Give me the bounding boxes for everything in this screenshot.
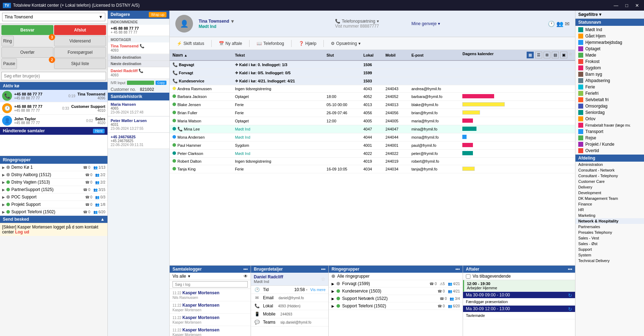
dept-item-marketing[interactable]: Marketing [575,213,644,218]
dept-item-hr[interactable]: HR [575,207,644,213]
forespørgsel-button[interactable]: Forespørgsel [54,47,106,58]
ring-group-item[interactable]: ▶ PartnerSupport (1525) ☎ 0 👥 3/15 [0,186,107,193]
call-item[interactable]: 📞 +45 88 88 77 77 +45 88 88 77 77 0:19 T… [0,90,107,102]
dept-item-tech-del[interactable]: Technical Delivery [575,258,644,263]
pause-button[interactable]: Pause [1,58,17,69]
minimize-button[interactable]: — [611,2,620,9]
status-item-overtid[interactable]: Overtid [575,147,644,154]
dept-item-development[interactable]: Development [575,190,644,196]
ring-group-item[interactable]: ▶ Demo Kø 1 ☎ 0 👥 1/13 [0,164,107,171]
dept-item-admin[interactable]: Administration [575,162,644,167]
skjul-liste-button[interactable]: Skjul liste [54,58,106,69]
status-item-barnsyg[interactable]: Barn syg [575,71,644,77]
status-item-hjemme[interactable]: Hjemmearbejdsdag [575,39,644,46]
status-item-ferie[interactable]: Ferie [575,84,644,90]
refresh-icon[interactable]: ↻ [568,292,572,298]
ring-group-item[interactable]: ▶ Kundeservice (1503) ☎ 0 👥 4/21 [329,288,463,295]
status-item-senior[interactable]: Seniordag [575,109,644,116]
dept-item-sales-ost[interactable]: Sales - Øst [575,241,644,247]
vis-mere-button[interactable]: Vis mere [310,288,326,292]
hjælp-button[interactable]: ❓ Hjælp [296,40,319,47]
cal-view-btn2[interactable]: ☰ [535,52,542,58]
dept-item-presales[interactable]: Presales Telephony [575,230,644,235]
search-input[interactable] [1,72,106,80]
dept-item-partnersales[interactable]: Partnersales [575,224,644,230]
all-ring-groups-item[interactable]: Alle ringegrupper [329,273,463,280]
cal-view-btn5[interactable]: ▣ [560,52,567,58]
ny-aftale-button[interactable]: 📅 Ny aftale [216,40,245,47]
table-row[interactable]: Brian Fuller Ferie 26-09 07:46 4056 2440… [170,109,575,117]
log-ud-link[interactable]: Log ud [15,230,29,234]
status-item-omsorg[interactable]: Omsorgdag [575,103,644,109]
ring-button[interactable]: Ring [1,36,14,46]
ring-group-item[interactable]: ▶ POC Support ☎ 0 👥 0/3 [0,193,107,201]
filter-header[interactable]: Søgefiltre ▾ [575,11,644,19]
status-item-gåethjem[interactable]: Gået Hjem [575,33,644,39]
table-row[interactable]: Maria Watson Optaget 12:00 4005 244005 m… [170,117,575,125]
status-item-transport[interactable]: Transport [575,128,644,135]
more-icon[interactable]: ••• [568,267,572,272]
telefonbog-button[interactable]: 📖 Telefonbog [254,40,287,47]
col-epost[interactable]: E-post [409,50,460,60]
ring-group-item[interactable]: ▶ Support Netværk (1522) ☎ 0 👥 3/4 [329,295,463,302]
dept-item-finance[interactable]: Finance [575,201,644,207]
status-item-firma[interactable]: Firmabetalt fravær (læge mv. [575,122,644,128]
table-row[interactable]: Barbara Jackson Optaget 18:00 4052 24405… [170,93,575,101]
table-row[interactable]: 📞 Mina Lee Mødt Ind 4047 244047 mina@fry… [170,125,575,133]
table-row[interactable]: Blake Jensen Ferie 05-10 00:00 4013 2440… [170,101,575,109]
skift-status-button[interactable]: ⚡ Skift status [174,40,207,47]
ring-group-item[interactable]: ▶ Support Telefoni (1502) ☎ 0 👥 6/20 [0,208,107,216]
table-row[interactable]: Peter Clarkson Mødt Ind 4022 244022 pete… [170,150,575,158]
ring-group-item[interactable]: ▶ Forvagt (1599) ☎ 0 ⚠5 👥 4/21 [329,280,463,288]
cal-view-btn1[interactable]: ▦ [527,52,534,58]
star-icon[interactable]: ☆ [568,52,572,58]
more-icon[interactable]: ••• [321,267,326,272]
status-item-frokost[interactable]: Frokost [575,58,644,65]
dept-item-customer-care[interactable]: Customer Care [575,179,644,184]
more-icon[interactable]: ••• [455,267,460,272]
ring-group-item[interactable]: ▶ Dstny Aalborg (1512) ☎ 0 👥 2/2 [0,171,107,179]
dept-item-delivery[interactable]: Delivery [575,184,644,190]
col-slut[interactable]: Slut [324,50,361,60]
dept-item-dk-mgmt[interactable]: DK Management Team [575,196,644,201]
hent-button[interactable]: Hent [93,129,105,133]
table-row[interactable]: Andrea Rasmussen Ingen tidsregistrering … [170,85,575,93]
status-item-afspads[interactable]: Afspadsering [575,77,644,84]
col-navn[interactable]: Navn ▲ [170,50,232,60]
afslut-button[interactable]: Afslut [54,25,106,35]
col-kalender[interactable]: Dagens kalender ▦ ☰ ⊞ ▤ ▣ ☆ [459,50,575,60]
star-icon[interactable]: ☆ [321,276,326,282]
dept-item-support[interactable]: Support [575,247,644,252]
col-mobil[interactable]: Mobil [382,50,409,60]
overfør-button[interactable]: Overfør [1,47,53,58]
col-tekst[interactable]: Tekst [232,50,324,60]
ring-group-item[interactable]: ▶ Projekt Support ☎ 0 👥 1/8 [0,201,107,208]
user-dropdown[interactable]: Tina Townsend ▼ [2,13,105,21]
besvar-button[interactable]: Besvar [1,25,53,35]
vis-alle-label[interactable]: Vis alle [172,274,186,279]
table-row[interactable]: Paul Hammer Sygdom 4001 244001 paul@frym… [170,141,575,150]
dept-item-consult-net[interactable]: Consultant - Network [575,167,644,173]
opsætning-button[interactable]: ⚙ Opsætning ▾ [328,40,363,47]
dept-item-network-hosp[interactable]: Network & Hospitality [575,218,644,224]
table-row[interactable]: Robert Dalton Ingen tidsregistrering 401… [170,158,575,165]
dept-item-sales-vest[interactable]: Sales - Vest [575,235,644,241]
log-search-input[interactable] [172,281,248,288]
more-icon[interactable]: ••• [243,267,248,272]
cal-view-btn4[interactable]: ▤ [552,52,559,58]
ring-group-item[interactable]: ▶ Dstny Vagten (1513) ☎ 0 👥 2/2 [0,179,107,186]
table-row[interactable]: Tanja King Ferie 16-09 10:05 4034 244034… [170,165,575,173]
close-button[interactable]: ✕ [633,2,641,9]
status-item-sygdom[interactable]: Sygdom [575,65,644,71]
table-row[interactable]: Mona Andersen Mødt Ind 4044 244044 mona@… [170,133,575,141]
status-item-selvbetalt[interactable]: Selvbetalt fri [575,97,644,103]
call-item[interactable]: 👤 John Taylor +45 88 88 77 77 0:02 Sales… [0,115,107,127]
status-item-projekt[interactable]: Projekt / Kunde [575,141,644,147]
status-item-møde[interactable]: Møde [575,52,644,58]
status-item-mødtind[interactable]: Mødt Ind [575,27,644,33]
mine-genveje-button[interactable]: Mine genveje ▾ [411,21,542,26]
refresh-icon[interactable]: ↻ [568,306,572,312]
dept-item-system[interactable]: System [575,252,644,258]
dept-item-consult-tel[interactable]: Consultant - Telephony [575,173,644,179]
wrap-up-button[interactable]: Wrap up [149,12,166,17]
